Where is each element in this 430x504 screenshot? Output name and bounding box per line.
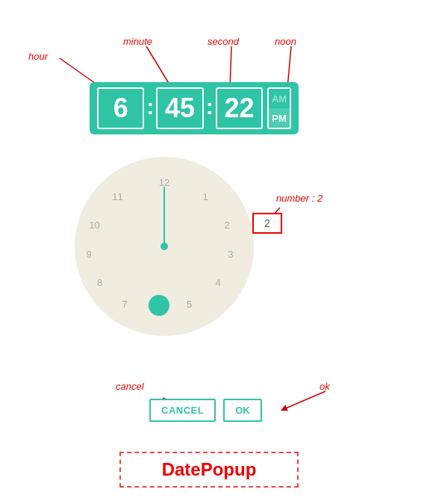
colon-2: : [206, 94, 214, 119]
number-annotation: number : 2 [276, 193, 322, 204]
ok-annotation: ok [320, 381, 330, 392]
clock-11[interactable]: 11 [112, 190, 122, 202]
number-2-box: 2 [252, 213, 282, 234]
clock-1[interactable]: 1 [203, 190, 208, 202]
buttons-row: CANCEL OK [149, 399, 262, 422]
time-bar: 6 : 45 : 22 AM PM [90, 82, 299, 134]
minute-annotation: minute [123, 36, 152, 47]
clock-container: 12 1 2 3 4 5 6 7 8 9 10 11 [75, 157, 254, 336]
clock-12[interactable]: 12 [159, 176, 169, 187]
datepopup-text: DatePopup [162, 459, 257, 480]
cancel-annotation: cancel [116, 381, 144, 392]
ampm-block[interactable]: AM PM [267, 87, 291, 129]
cancel-button[interactable]: CANCEL [149, 399, 216, 422]
hour-annotation: hour [28, 51, 48, 62]
clock-face[interactable]: 12 1 2 3 4 5 6 7 8 9 10 11 [75, 157, 254, 336]
noon-annotation: noon [275, 36, 296, 47]
clock-4[interactable]: 4 [215, 277, 220, 288]
second-display[interactable]: 22 [216, 87, 263, 129]
clock-8[interactable]: 8 [97, 277, 102, 288]
number-2-value: 2 [264, 217, 270, 229]
colon-1: : [146, 94, 154, 119]
hour-display[interactable]: 6 [97, 87, 144, 129]
clock-center-dot [161, 243, 168, 250]
clock-hand-tip [149, 295, 169, 316]
ok-button[interactable]: OK [223, 399, 262, 422]
clock-7[interactable]: 7 [122, 298, 128, 309]
clock-hand [163, 187, 165, 246]
am-option[interactable]: AM [269, 89, 290, 108]
clock-10[interactable]: 10 [89, 220, 99, 231]
minute-display[interactable]: 45 [156, 87, 203, 129]
datepopup-label: DatePopup [119, 452, 299, 488]
pm-option[interactable]: PM [269, 108, 290, 128]
clock-3[interactable]: 3 [228, 248, 233, 259]
clock-9[interactable]: 9 [87, 248, 92, 259]
clock-5[interactable]: 5 [187, 298, 192, 309]
second-annotation: second [208, 36, 239, 47]
clock-2[interactable]: 2 [224, 220, 229, 231]
svg-line-7 [284, 391, 325, 409]
